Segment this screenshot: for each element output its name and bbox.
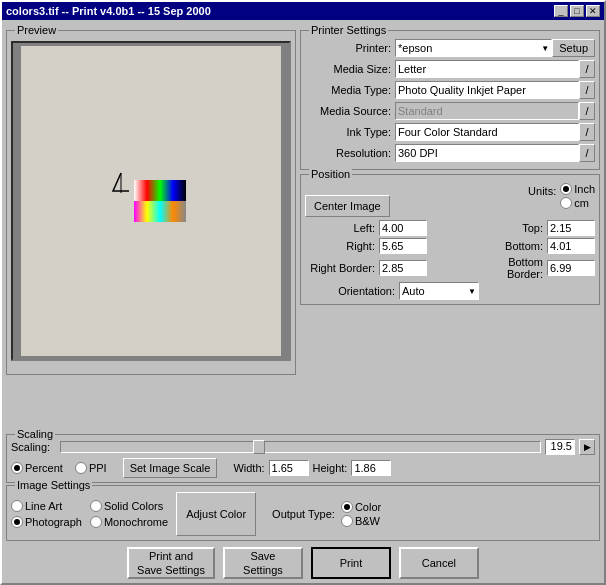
right-bottom-row: Right: Bottom: [305,238,595,254]
media-size-label: Media Size: [305,63,395,75]
media-size-slash-button[interactable]: / [579,60,595,78]
ppi-radio[interactable]: PPI [75,462,107,474]
scale-increase-button[interactable] [579,439,595,455]
arrow-icon [111,171,131,196]
bw-radio[interactable]: B&W [341,515,381,527]
media-source-slash-button[interactable]: / [579,102,595,120]
line-art-radio-dot [11,500,23,512]
media-source-value: Standard [395,102,579,120]
top-input[interactable] [547,220,595,236]
orientation-row: Orientation: Auto ▼ [305,282,595,300]
bottom-label: Bottom: [488,240,543,252]
scaling-slider[interactable] [60,441,541,453]
monochrome-radio[interactable]: Monochrome [90,516,168,528]
printer-dropdown[interactable]: *epson [395,39,552,57]
slider-thumb[interactable] [253,440,265,454]
media-type-row: Media Type: Photo Quality Inkjet Paper / [305,81,595,99]
close-button[interactable]: ✕ [586,5,600,17]
cancel-button[interactable]: Cancel [399,547,479,579]
color-radio-dot [341,501,353,513]
preview-label: Preview [15,24,58,36]
photograph-label: Photograph [25,516,82,528]
bw-radio-dot [341,515,353,527]
right-panel: Printer Settings Printer: *epson Setup M… [300,24,600,430]
orientation-value: Auto [402,285,425,297]
line-art-radio[interactable]: Line Art [11,500,82,512]
printer-label: Printer: [305,42,395,54]
inch-radio[interactable]: Inch [560,183,595,195]
media-type-label: Media Type: [305,84,395,96]
title-bar-buttons: _ □ ✕ [554,5,600,17]
cm-label: cm [574,197,589,209]
height-label: Height: [313,462,348,474]
color-radio[interactable]: Color [341,501,381,513]
width-label: Width: [233,462,264,474]
bottom-border-input[interactable] [547,260,595,276]
media-source-row: Media Source: Standard / [305,102,595,120]
left-input[interactable] [379,220,427,236]
media-type-value: Photo Quality Inkjet Paper [395,81,579,99]
left-label: Left: [305,222,375,234]
inch-label: Inch [574,183,595,195]
units-row: Units: Inch cm [528,183,595,209]
image-type-col1: Line Art Photograph [11,500,82,528]
right-input[interactable] [379,238,427,254]
image-settings-group: Image Settings Line Art Photograph Solid… [6,485,600,541]
color-swatch [134,180,186,222]
position-top-row: Center Image Units: Inch cm [305,183,595,217]
orientation-dropdown[interactable]: Auto ▼ [399,282,479,300]
maximize-button[interactable]: □ [570,5,584,17]
position-label: Position [309,168,352,180]
units-radio-group: Inch cm [560,183,595,209]
scaling-options-row: Percent PPI Set Image Scale Width: Heigh… [11,458,595,478]
resolution-label: Resolution: [305,147,395,159]
resolution-slash-button[interactable]: / [579,144,595,162]
preview-panel: Preview [6,24,296,430]
right-border-input[interactable] [379,260,427,276]
scale-value-display: 19.5 [545,439,575,455]
image-settings-label: Image Settings [15,479,92,491]
minimize-button[interactable]: _ [554,5,568,17]
save-settings-button[interactable]: Save Settings [223,547,303,579]
ppi-label: PPI [89,462,107,474]
main-window: colors3.tif -- Print v4.0b1 -- 15 Sep 20… [0,0,606,585]
percent-radio[interactable]: Percent [11,462,63,474]
printer-row: Printer: *epson Setup [305,39,595,57]
print-button[interactable]: Print [311,547,391,579]
width-input[interactable] [269,460,309,476]
photograph-radio[interactable]: Photograph [11,516,82,528]
media-size-row: Media Size: Letter / [305,60,595,78]
adjust-color-button[interactable]: Adjust Color [176,492,256,536]
main-content: Preview [2,20,604,434]
borders-row: Right Border: Bottom Border: [305,256,595,280]
scaling-group: Scaling Scaling: 19.5 Percent PPI Set I [6,434,600,483]
set-image-scale-button[interactable]: Set Image Scale [123,458,218,478]
orientation-arrow-icon: ▼ [468,287,476,296]
ink-type-row: Ink Type: Four Color Standard / [305,123,595,141]
image-type-col2: Solid Colors Monochrome [90,500,168,528]
printer-settings-label: Printer Settings [309,24,388,36]
preview-box [11,41,291,361]
print-save-button[interactable]: Print and Save Settings [127,547,215,579]
orientation-label: Orientation: [305,285,395,297]
units-label: Units: [528,185,556,197]
percent-radio-dot [11,462,23,474]
setup-button[interactable]: Setup [552,39,595,57]
cm-radio[interactable]: cm [560,197,595,209]
media-type-slash-button[interactable]: / [579,81,595,99]
title-bar: colors3.tif -- Print v4.0b1 -- 15 Sep 20… [2,2,604,20]
preview-group: Preview [6,30,296,375]
position-group: Position Center Image Units: Inch [300,174,600,305]
bottom-input[interactable] [547,238,595,254]
solid-colors-radio-dot [90,500,102,512]
solid-colors-label: Solid Colors [104,500,163,512]
monochrome-label: Monochrome [104,516,168,528]
scaling-slider-row: Scaling: 19.5 [11,439,595,455]
center-image-button[interactable]: Center Image [305,195,390,217]
line-art-label: Line Art [25,500,62,512]
media-size-value: Letter [395,60,579,78]
solid-colors-radio[interactable]: Solid Colors [90,500,168,512]
ink-type-slash-button[interactable]: / [579,123,595,141]
scaling-row-label: Scaling: [11,441,56,453]
height-input[interactable] [351,460,391,476]
